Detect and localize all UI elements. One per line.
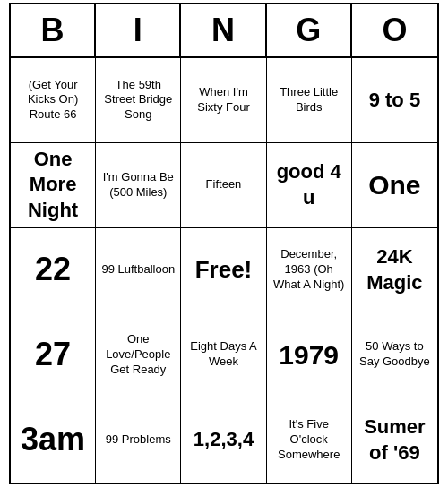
bingo-cell: (Get Your Kicks On) Route 66 [11, 58, 96, 143]
bingo-cell: Sumer of '69 [352, 397, 437, 483]
bingo-grid: (Get Your Kicks On) Route 66The 59th Str… [11, 58, 437, 483]
bingo-cell: December, 1963 (Oh What A Night) [267, 228, 352, 313]
bingo-cell: 99 Problems [96, 397, 181, 483]
bingo-cell: 1,2,3,4 [181, 397, 266, 483]
bingo-cell: 1979 [267, 312, 352, 397]
bingo-cell: When I'm Sixty Four [181, 58, 266, 143]
header-letter: B [11, 4, 96, 56]
bingo-cell: 3am [11, 397, 96, 483]
bingo-cell: Three Little Birds [267, 58, 352, 143]
bingo-header: BINGO [11, 4, 437, 58]
bingo-cell: 22 [11, 228, 96, 313]
bingo-cell: Fifteen [181, 143, 266, 228]
bingo-cell: One More Night [11, 143, 96, 228]
bingo-cell: 50 Ways to Say Goodbye [352, 312, 437, 397]
bingo-cell: 9 to 5 [352, 58, 437, 143]
bingo-cell: 24K Magic [352, 228, 437, 313]
bingo-cell: Free! [181, 228, 266, 313]
header-letter: I [96, 4, 181, 56]
bingo-card: BINGO (Get Your Kicks On) Route 66The 59… [9, 3, 439, 484]
bingo-cell: I'm Gonna Be (500 Miles) [96, 143, 181, 228]
bingo-cell: Eight Days A Week [181, 312, 266, 397]
header-letter: G [267, 4, 352, 56]
bingo-cell: One [352, 143, 437, 228]
header-letter: O [352, 4, 437, 56]
bingo-cell: 27 [11, 312, 96, 397]
bingo-cell: good 4 u [267, 143, 352, 228]
bingo-cell: One Love/People Get Ready [96, 312, 181, 397]
bingo-cell: 99 Luftballoon [96, 228, 181, 313]
header-letter: N [181, 4, 266, 56]
bingo-cell: It's Five O'clock Somewhere [267, 397, 352, 483]
bingo-cell: The 59th Street Bridge Song [96, 58, 181, 143]
